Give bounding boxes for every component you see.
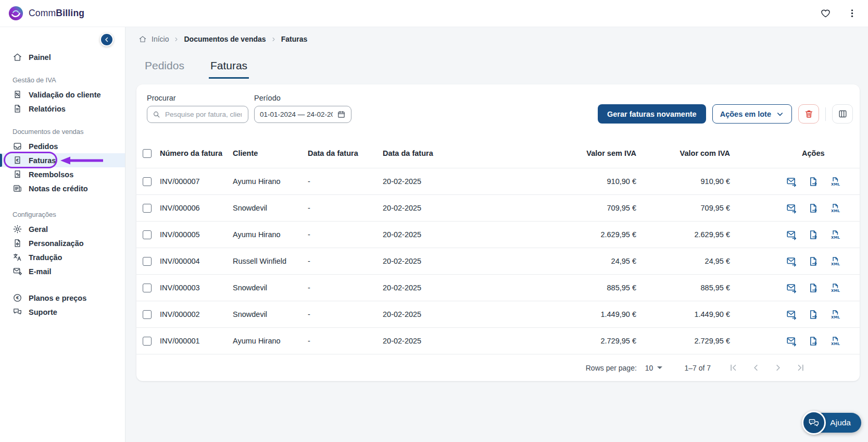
sidebar-item-label: Notas de crédito (29, 185, 88, 193)
brand-logo-icon (8, 6, 23, 21)
tab-pedidos[interactable]: Pedidos (143, 59, 186, 79)
row-checkbox[interactable] (136, 283, 160, 292)
regenerate-invoices-button[interactable]: Gerar faturas novamente (598, 104, 706, 124)
help-button[interactable]: Ajuda (805, 413, 861, 433)
send-email-action[interactable] (786, 256, 797, 267)
next-page-icon (773, 363, 783, 373)
column-header-data-1: Data da fatura (308, 149, 383, 157)
client-name: Ayumu Hirano (233, 230, 308, 239)
row-checkbox[interactable] (136, 256, 160, 266)
row-checkbox[interactable] (136, 203, 160, 213)
search-input-field[interactable] (164, 110, 243, 119)
send-email-action[interactable] (786, 203, 797, 214)
sidebar-item-pedidos[interactable]: Pedidos (0, 139, 125, 153)
export-xml-action[interactable] (830, 203, 841, 214)
sidebar-group: Configurações Geral Personalização Tradu… (0, 209, 125, 278)
invoice-date-1: - (308, 257, 383, 265)
xml-file-icon (830, 203, 841, 214)
last-page-button[interactable] (796, 363, 806, 373)
home-icon[interactable] (139, 35, 147, 43)
sidebar-item-planos-e-precos[interactable]: Planos e preços (0, 291, 125, 305)
export-document-action[interactable] (808, 283, 819, 293)
overflow-menu-button[interactable] (847, 8, 858, 19)
net-amount: 2.729,95 € (459, 337, 636, 345)
row-actions (730, 336, 860, 347)
columns-icon (838, 109, 848, 119)
sidebar-group: Gestão de IVA Validação do cliente Relat… (0, 75, 125, 116)
net-amount: 1.449,90 € (459, 310, 636, 318)
export-document-action[interactable] (808, 229, 819, 240)
xml-file-icon (830, 283, 841, 293)
batch-actions-button[interactable]: Ações em lote (712, 104, 792, 124)
sidebar-item-relatorios[interactable]: Relatórios (0, 102, 125, 116)
sidebar-item-faturas[interactable]: Faturas (0, 153, 125, 167)
sidebar-item-email[interactable]: E-mail (0, 264, 125, 278)
main-content: Início Documentos de vendas Faturas Pedi… (125, 27, 868, 442)
send-email-action[interactable] (786, 283, 797, 293)
export-document-action[interactable] (808, 203, 819, 214)
document-gear-icon (12, 238, 22, 248)
gross-amount: 24,95 € (636, 257, 730, 265)
table-row: INV/000005 Ayumu Hirano - 20-02-2025 2.6… (136, 221, 860, 248)
export-document-action[interactable] (808, 256, 819, 267)
invoice-date-2: 20-02-2025 (383, 230, 459, 239)
invoice-date-1: - (308, 177, 383, 186)
sidebar-collapse-button[interactable] (100, 33, 114, 46)
mail-forward-icon (786, 256, 797, 267)
previous-page-button[interactable] (751, 363, 761, 373)
column-header-acoes: Ações (730, 149, 860, 157)
search-group: Procurar (147, 84, 248, 123)
search-label: Procurar (147, 94, 248, 102)
send-email-action[interactable] (786, 309, 797, 320)
tabs: Pedidos Faturas (143, 59, 249, 79)
send-email-action[interactable] (786, 336, 797, 347)
chat-icon (12, 307, 22, 317)
row-checkbox[interactable] (136, 230, 160, 239)
sidebar-item-label: Suporte (29, 308, 57, 316)
search-input[interactable] (147, 106, 248, 123)
filter-bar: Procurar Período 01-01-2024 — 24-02-202 … (136, 84, 860, 139)
send-email-action[interactable] (786, 229, 797, 240)
brand-name: CommBilling (29, 8, 84, 19)
sidebar-item-reembolsos[interactable]: Reembolsos (0, 167, 125, 181)
export-xml-action[interactable] (830, 309, 841, 320)
row-checkbox[interactable] (136, 310, 160, 319)
export-xml-action[interactable] (830, 256, 841, 267)
sidebar-item-personalizacao[interactable]: Personalização (0, 236, 125, 250)
export-xml-action[interactable] (830, 283, 841, 293)
select-all-checkbox[interactable] (136, 149, 160, 158)
search-icon (153, 110, 160, 118)
first-page-button[interactable] (728, 363, 738, 373)
translate-icon (12, 252, 22, 262)
sidebar-item-suporte[interactable]: Suporte (0, 305, 125, 319)
period-input[interactable]: 01-01-2024 — 24-02-202 (254, 106, 351, 123)
export-document-action[interactable] (808, 176, 819, 187)
export-xml-action[interactable] (830, 229, 841, 240)
breadcrumb-faturas: Faturas (281, 35, 308, 43)
favorites-button[interactable] (820, 8, 831, 19)
sidebar-item-traducao[interactable]: Tradução (0, 250, 125, 264)
delete-button[interactable] (798, 104, 819, 124)
sidebar-item-validacao-do-cliente[interactable]: Validação do cliente (0, 88, 125, 102)
rows-per-page-value: 10 (645, 364, 653, 372)
sidebar-item-painel[interactable]: Painel (0, 50, 125, 64)
breadcrumb-inicio[interactable]: Início (152, 35, 169, 43)
export-document-action[interactable] (808, 336, 819, 347)
table-header: Número da fatura Cliente Data da fatura … (136, 139, 860, 168)
row-checkbox[interactable] (136, 177, 160, 186)
send-email-action[interactable] (786, 176, 797, 187)
export-xml-action[interactable] (830, 336, 841, 347)
rows-per-page-select[interactable]: 10 (645, 364, 663, 372)
next-page-button[interactable] (773, 363, 783, 373)
columns-button[interactable] (832, 104, 853, 124)
mail-forward-icon (786, 229, 797, 240)
sidebar-item-geral[interactable]: Geral (0, 222, 125, 236)
invoice-number: INV/000007 (160, 177, 233, 186)
sidebar-item-notas-de-credito[interactable]: Notas de crédito (0, 181, 125, 195)
export-document-action[interactable] (808, 309, 819, 320)
breadcrumb-documentos-de-vendas[interactable]: Documentos de vendas (184, 35, 266, 43)
tab-faturas[interactable]: Faturas (209, 59, 249, 79)
invoice-number: INV/000004 (160, 257, 233, 265)
export-xml-action[interactable] (830, 176, 841, 187)
row-checkbox[interactable] (136, 336, 160, 346)
